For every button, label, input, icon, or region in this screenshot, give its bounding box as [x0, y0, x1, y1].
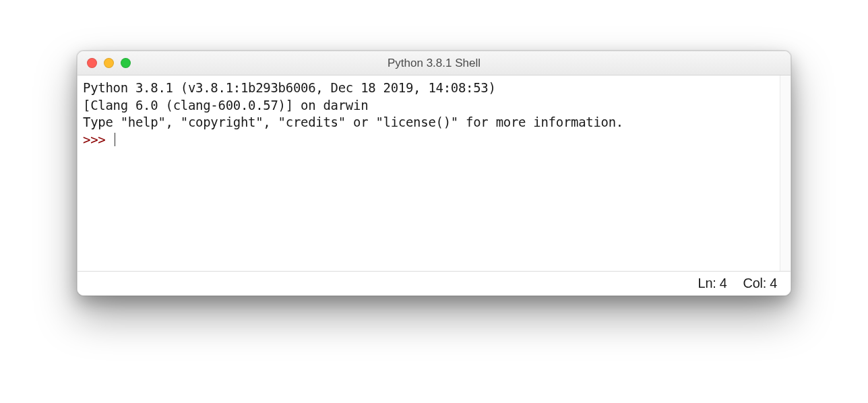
shell-window: Python 3.8.1 Shell Python 3.8.1 (v3.8.1:… — [77, 51, 791, 296]
window-title: Python 3.8.1 Shell — [78, 57, 790, 70]
zoom-icon[interactable] — [121, 58, 131, 68]
prompt: >>> — [83, 132, 113, 147]
banner-line-1: Python 3.8.1 (v3.8.1:1b293b6006, Dec 18 … — [83, 80, 503, 95]
banner-line-2: [Clang 6.0 (clang-600.0.57)] on darwin — [83, 98, 368, 113]
vertical-scrollbar[interactable] — [780, 75, 790, 271]
status-col-number: Col: 4 — [743, 276, 777, 291]
titlebar: Python 3.8.1 Shell — [78, 51, 790, 75]
text-cursor — [115, 133, 116, 146]
status-line-number: Ln: 4 — [698, 276, 727, 291]
statusbar: Ln: 4 Col: 4 — [78, 271, 790, 295]
close-icon[interactable] — [87, 58, 97, 68]
minimize-icon[interactable] — [104, 58, 114, 68]
banner-line-3: Type "help", "copyright", "credits" or "… — [83, 115, 623, 129]
shell-text-area[interactable]: Python 3.8.1 (v3.8.1:1b293b6006, Dec 18 … — [78, 75, 780, 271]
content-area: Python 3.8.1 (v3.8.1:1b293b6006, Dec 18 … — [78, 75, 790, 271]
window-controls — [78, 58, 131, 68]
